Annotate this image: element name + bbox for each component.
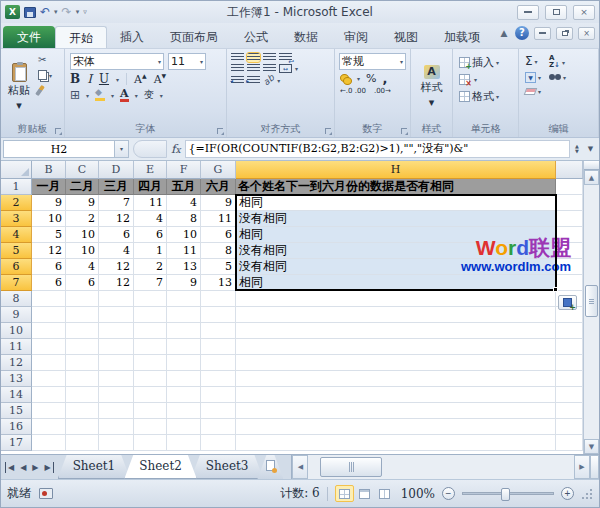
insert-worksheet-tab[interactable]: [257, 455, 283, 479]
minimize-ribbon-icon[interactable]: ▲: [498, 27, 510, 39]
grow-font-button[interactable]: A▲: [134, 72, 147, 86]
ribbon-tab-数据[interactable]: 数据: [281, 26, 331, 48]
scroll-up-icon[interactable]: ▲: [584, 170, 599, 185]
merge-dropdown-icon[interactable]: ▾: [295, 65, 298, 72]
row-header-5[interactable]: 5: [1, 243, 32, 259]
fill-button[interactable]: ▼▾: [523, 71, 543, 84]
cell-D3[interactable]: 12: [99, 211, 134, 227]
cell-E7[interactable]: 7: [134, 275, 167, 291]
cell-F13[interactable]: [167, 371, 201, 387]
ribbon-tab-公式[interactable]: 公式: [231, 26, 281, 48]
cell-D8[interactable]: [99, 291, 134, 307]
align-left-icon[interactable]: [231, 64, 244, 73]
font-color-icon[interactable]: A: [120, 89, 129, 102]
row-header-3[interactable]: 3: [1, 211, 32, 227]
cell-C10[interactable]: [66, 323, 99, 339]
cell-G14[interactable]: [201, 387, 236, 403]
accounting-dropdown-icon[interactable]: ▾: [357, 75, 360, 82]
column-header-E[interactable]: E: [134, 161, 167, 179]
alignment-dialog-launcher-icon[interactable]: [325, 128, 331, 134]
find-select-button[interactable]: ▾: [547, 73, 568, 82]
cell-E5[interactable]: 1: [134, 243, 167, 259]
cell-C11[interactable]: [66, 339, 99, 355]
column-header-F[interactable]: F: [167, 161, 201, 179]
cell-C2[interactable]: 9: [66, 195, 99, 211]
cell-B3[interactable]: 10: [32, 211, 66, 227]
cell-C8[interactable]: [66, 291, 99, 307]
cell-D14[interactable]: [99, 387, 134, 403]
decrease-indent-icon[interactable]: [231, 76, 244, 85]
accounting-format-icon[interactable]: [340, 74, 351, 84]
insert-cells-button[interactable]: 插入▾: [457, 54, 514, 71]
cell-H17[interactable]: [236, 435, 556, 451]
cell-F17[interactable]: [167, 435, 201, 451]
column-header-H[interactable]: H: [236, 161, 556, 179]
cell-G1[interactable]: 六月: [201, 179, 236, 195]
vertical-scroll-track[interactable]: [584, 185, 599, 439]
scroll-down-icon[interactable]: ▼: [584, 439, 599, 454]
ribbon-tab-加载项[interactable]: 加载项: [431, 26, 493, 48]
zoom-out-icon[interactable]: −: [442, 487, 455, 500]
cell-C9[interactable]: [66, 307, 99, 323]
clear-button[interactable]: ▾: [523, 87, 543, 96]
row-header-4[interactable]: 4: [1, 227, 32, 243]
sheet-tab-Sheet2[interactable]: Sheet2: [124, 455, 197, 479]
cell-F3[interactable]: 8: [167, 211, 201, 227]
cell-D10[interactable]: [99, 323, 134, 339]
font-size-combo[interactable]: 11▾: [168, 53, 206, 70]
ribbon-tab-插入[interactable]: 插入: [107, 26, 157, 48]
borders-dropdown-icon[interactable]: ▾: [86, 92, 89, 99]
column-header-G[interactable]: G: [201, 161, 236, 179]
zoom-slider[interactable]: [462, 492, 554, 495]
macro-record-icon[interactable]: [39, 488, 53, 499]
zoom-in-icon[interactable]: +: [561, 487, 574, 500]
cell-H1[interactable]: 各个姓名下一到六月份的数据是否有相同: [236, 179, 556, 195]
row-header-11[interactable]: 11: [1, 339, 32, 355]
cell-H9[interactable]: [236, 307, 556, 323]
cell-E14[interactable]: [134, 387, 167, 403]
cell-H15[interactable]: [236, 403, 556, 419]
cell-D16[interactable]: [99, 419, 134, 435]
cell-E3[interactable]: 4: [134, 211, 167, 227]
cell-B11[interactable]: [32, 339, 66, 355]
cell-F8[interactable]: [167, 291, 201, 307]
cell-G8[interactable]: [201, 291, 236, 307]
cell-B8[interactable]: [32, 291, 66, 307]
restore-button[interactable]: [545, 5, 567, 20]
workbook-minimize-button[interactable]: [534, 27, 551, 40]
cell-D6[interactable]: 12: [99, 259, 134, 275]
normal-view-button[interactable]: [335, 485, 354, 502]
phonetic-dropdown-icon[interactable]: ▾: [160, 92, 163, 99]
workbook-restore-button[interactable]: [556, 27, 573, 40]
cell-G2[interactable]: 9: [201, 195, 236, 211]
expand-formula-bar-icon[interactable]: ▼: [584, 145, 597, 153]
cell-F9[interactable]: [167, 307, 201, 323]
align-center-icon[interactable]: [247, 64, 260, 73]
cell-H12[interactable]: [236, 355, 556, 371]
cell-E16[interactable]: [134, 419, 167, 435]
cell-C1[interactable]: 二月: [66, 179, 99, 195]
cell-E1[interactable]: 四月: [134, 179, 167, 195]
redo-dropdown-icon[interactable]: ▾: [76, 8, 80, 16]
tab-file[interactable]: 文件: [3, 26, 55, 48]
cell-B1[interactable]: 一月: [32, 179, 66, 195]
cell-F2[interactable]: 4: [167, 195, 201, 211]
cell-H10[interactable]: [236, 323, 556, 339]
cell-F14[interactable]: [167, 387, 201, 403]
cell-G15[interactable]: [201, 403, 236, 419]
cell-D4[interactable]: 6: [99, 227, 134, 243]
select-all-corner[interactable]: [1, 161, 32, 179]
ribbon-tab-视图[interactable]: 视图: [381, 26, 431, 48]
cell-H11[interactable]: [236, 339, 556, 355]
horizontal-split-handle[interactable]: [590, 455, 599, 479]
sheet-tab-Sheet3[interactable]: Sheet3: [191, 455, 264, 479]
vertical-split-handle[interactable]: [584, 161, 599, 170]
format-painter-button[interactable]: [36, 84, 54, 97]
cell-G3[interactable]: 11: [201, 211, 236, 227]
cell-B15[interactable]: [32, 403, 66, 419]
cell-G17[interactable]: [201, 435, 236, 451]
cell-E11[interactable]: [134, 339, 167, 355]
first-sheet-icon[interactable]: ◀: [5, 462, 16, 473]
horizontal-scroll-track[interactable]: [308, 455, 574, 479]
italic-button[interactable]: I: [87, 72, 92, 86]
